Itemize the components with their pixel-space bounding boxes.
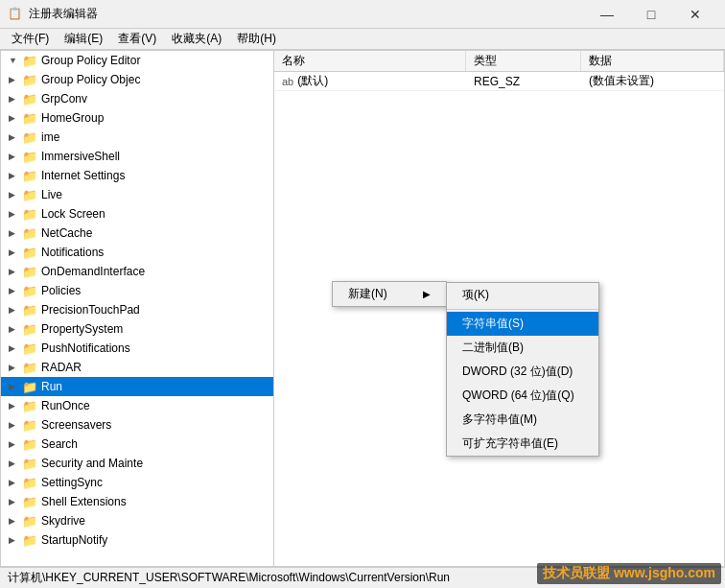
expand-arrow-icon: ▶ <box>9 286 22 295</box>
context-menu-new-label: 新建(N) <box>348 286 387 302</box>
tree-item[interactable]: ▶📁OnDemandInterface <box>1 262 273 281</box>
expand-arrow-icon: ▶ <box>9 305 22 315</box>
submenu-item-multistring[interactable]: 多字符串值(M) <box>447 408 598 432</box>
expand-arrow-icon: ▶ <box>9 382 22 391</box>
maximize-button[interactable]: □ <box>629 0 673 29</box>
tree-item[interactable]: ▶📁Screensavers <box>1 415 273 435</box>
folder-icon: 📁 <box>22 53 37 68</box>
folder-icon: 📁 <box>22 321 37 337</box>
tree-item[interactable]: ▶📁RADAR <box>1 358 273 377</box>
tree-item[interactable]: ▶📁PushNotifications <box>1 339 273 358</box>
table-body: ab(默认)REG_SZ(数值未设置) <box>274 72 724 91</box>
minimize-button[interactable]: — <box>585 0 629 29</box>
tree-item-label: RADAR <box>41 361 82 374</box>
col-type: 类型 <box>466 51 581 71</box>
reg-icon: ab <box>282 76 293 87</box>
tree-item-label: SettingSync <box>41 476 103 489</box>
tree-item[interactable]: ▶📁SettingSync <box>1 473 273 492</box>
folder-icon: 📁 <box>22 91 37 106</box>
tree-item-label: Shell Extensions <box>41 495 127 508</box>
content-panel: 名称 类型 数据 ab(默认)REG_SZ(数值未设置) 新建(N) ▶ 项(K… <box>274 51 724 566</box>
expand-arrow-icon: ▶ <box>9 75 22 84</box>
tree-item[interactable]: ▶📁Run <box>1 377 273 396</box>
submenu-item-key[interactable]: 项(K) <box>447 283 598 307</box>
folder-icon: 📁 <box>22 225 37 241</box>
tree-item[interactable]: ▶📁Security and Mainte <box>1 454 273 473</box>
tree-item[interactable]: ▶📁Lock Screen <box>1 204 273 223</box>
tree-item-label: Live <box>41 188 62 201</box>
tree-item-label: Search <box>41 437 78 451</box>
expand-arrow-icon: ▶ <box>9 132 22 142</box>
tree-item-label: Notifications <box>41 246 104 259</box>
expand-arrow-icon: ▶ <box>9 113 22 123</box>
close-button[interactable]: ✕ <box>673 0 717 29</box>
table-row[interactable]: ab(默认)REG_SZ(数值未设置) <box>274 72 724 91</box>
tree-item[interactable]: ▶📁Policies <box>1 281 273 300</box>
expand-arrow-icon: ▶ <box>9 439 22 449</box>
tree-item[interactable]: ▶📁Search <box>1 435 273 454</box>
tree-item-label: ime <box>41 130 59 144</box>
tree-item[interactable]: ▶📁Skydrive <box>1 511 273 530</box>
expand-arrow-icon: ▶ <box>9 267 22 276</box>
expand-arrow-icon: ▶ <box>9 171 22 180</box>
tree-item[interactable]: ▶📁ime <box>1 128 273 147</box>
tree-item-label: HomeGroup <box>41 111 104 125</box>
tree-item-label: PrecisionTouchPad <box>41 303 140 317</box>
tree-item[interactable]: ▶📁Notifications <box>1 243 273 262</box>
tree-item[interactable]: ▶📁ImmersiveShell <box>1 147 273 166</box>
tree-item[interactable]: ▶📁NetCache <box>1 223 273 243</box>
folder-icon: 📁 <box>22 129 37 145</box>
tree-item-label: RunOnce <box>41 399 90 412</box>
cell-type: REG_SZ <box>466 72 581 90</box>
title-bar-left: 📋 注册表编辑器 <box>8 6 98 22</box>
tree-item-label: Run <box>41 380 62 393</box>
tree-item[interactable]: ▶📁Internet Settings <box>1 166 273 185</box>
tree-item[interactable]: ▶📁RunOnce <box>1 396 273 415</box>
folder-icon: 📁 <box>22 436 37 452</box>
menu-edit[interactable]: 编辑(E) <box>57 29 110 49</box>
folder-icon: 📁 <box>22 456 37 471</box>
expand-arrow-icon: ▶ <box>9 535 22 545</box>
tree-item-label: StartupNotify <box>41 533 107 547</box>
tree-item[interactable]: ▶📁PropertySystem <box>1 319 273 339</box>
tree-item[interactable]: ▶📁Group Policy Objec <box>1 70 273 89</box>
menu-favorites[interactable]: 收藏夹(A) <box>164 29 229 49</box>
tree-item-label: Screensavers <box>41 418 111 432</box>
window-controls: — □ ✕ <box>585 0 717 29</box>
menu-file[interactable]: 文件(F) <box>4 29 57 49</box>
submenu-item-expandstring[interactable]: 可扩充字符串值(E) <box>447 432 598 456</box>
app-icon: 📋 <box>8 7 23 22</box>
submenu[interactable]: 项(K) 字符串值(S) 二进制值(B) DWORD (32 位)值(D) QW… <box>446 282 599 457</box>
col-data: 数据 <box>581 51 724 71</box>
context-menu[interactable]: 新建(N) ▶ 项(K) 字符串值(S) 二进制值(B) DWORD (32 位… <box>332 281 447 307</box>
folder-icon: 📁 <box>22 475 37 490</box>
expand-arrow-icon: ▶ <box>9 152 22 161</box>
expand-arrow-icon: ▶ <box>9 516 22 526</box>
submenu-item-string[interactable]: 字符串值(S) <box>447 312 598 336</box>
table-header: 名称 类型 数据 <box>274 51 724 72</box>
submenu-sep-1 <box>447 309 598 310</box>
folder-icon: 📁 <box>22 532 37 548</box>
tree-item[interactable]: ▶📁Live <box>1 185 273 204</box>
submenu-item-binary[interactable]: 二进制值(B) <box>447 336 598 360</box>
menu-help[interactable]: 帮助(H) <box>229 29 284 49</box>
folder-icon: 📁 <box>22 360 37 375</box>
folder-icon: 📁 <box>22 72 37 87</box>
tree-item[interactable]: ▶📁GrpConv <box>1 89 273 108</box>
submenu-item-qword[interactable]: QWORD (64 位)值(Q) <box>447 384 598 408</box>
menu-view[interactable]: 查看(V) <box>110 29 164 49</box>
tree-item-label: GrpConv <box>41 92 87 106</box>
tree-item[interactable]: ▶📁Shell Extensions <box>1 492 273 511</box>
tree-item[interactable]: ▶📁HomeGroup <box>1 108 273 128</box>
folder-icon: 📁 <box>22 245 37 260</box>
folder-icon: 📁 <box>22 494 37 509</box>
tree-item[interactable]: ▼📁Group Policy Editor <box>1 51 273 70</box>
tree-scroll[interactable]: ▼📁Group Policy Editor▶📁Group Policy Obje… <box>1 51 273 566</box>
expand-arrow-icon: ▶ <box>9 420 22 430</box>
context-menu-new[interactable]: 新建(N) ▶ 项(K) 字符串值(S) 二进制值(B) DWORD (32 位… <box>333 282 446 306</box>
tree-item[interactable]: ▶📁StartupNotify <box>1 530 273 550</box>
folder-icon: 📁 <box>22 110 37 126</box>
submenu-item-dword[interactable]: DWORD (32 位)值(D) <box>447 360 598 384</box>
tree-item-label: PropertySystem <box>41 322 123 336</box>
tree-item[interactable]: ▶📁PrecisionTouchPad <box>1 300 273 319</box>
